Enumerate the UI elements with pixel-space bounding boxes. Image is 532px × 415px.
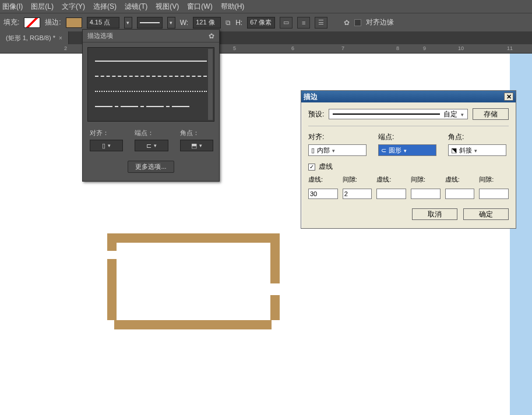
dash-checkbox-label: 虚线 [319,162,333,172]
document-tab-title: (矩形 1, RGB/8) * [6,34,55,42]
menu-window[interactable]: 窗口(W) [187,2,212,12]
close-icon[interactable]: × [59,35,62,41]
link-icon[interactable] [226,19,231,27]
ruler-tick: 9 [423,45,426,51]
align-edges-label: 对齐边缘 [366,17,394,27]
gap-input-3[interactable] [479,189,509,199]
dialog-title: 描边 [304,92,318,102]
preset-label: 预设: [308,109,324,119]
stroke-style-sample[interactable] [137,17,163,29]
stroke-panel-title: 描边选项 [87,31,113,40]
stroke-gap [272,320,280,329]
cap-combo[interactable]: ⊂ 圆形 [378,144,436,156]
gap-col-label: 间隙: [411,175,441,184]
arrange-icon[interactable]: ☰ [315,17,327,29]
separator [308,126,509,126]
align-label: 对齐： [90,129,123,137]
width-label: W: [180,19,188,27]
fill-swatch[interactable] [24,17,40,28]
align-label: 对齐: [308,132,369,142]
ruler-tick: 11 [507,45,513,51]
stroke-label: 描边: [45,17,61,27]
cancel-button[interactable]: 取消 [412,208,457,220]
preset-dropdown[interactable]: 自定 [329,109,468,119]
align-value: 内部 [317,146,330,155]
corner-label: 角点： [180,129,213,137]
stroke-width-dropdown[interactable]: ▾ [124,17,132,29]
height-label: H: [235,19,242,27]
document-tab[interactable]: (矩形 1, RGB/8) * × [0,31,69,44]
horizontal-ruler: 2 3 4 5 6 7 8 9 10 11 [0,44,532,54]
ruler-tick: 2 [64,45,67,51]
menu-bar: 图像(I) 图层(L) 文字(Y) 选择(S) 滤镜(T) 视图(V) 窗口(W… [0,0,532,13]
stroke-style-solid[interactable] [95,54,207,69]
ruler-tick: 7 [341,45,344,51]
cap-label: 端点： [135,129,168,137]
corner-selector[interactable]: ⬒ ▾ [180,140,213,151]
menu-select[interactable]: 选择(S) [93,2,117,12]
corner-value: 斜接 [459,146,472,155]
gear-icon[interactable] [209,32,214,40]
dash-col-label: 虚线: [308,175,338,184]
dash-col-label: 虚线: [376,175,406,184]
stroke-dialog: 描边 ✕ 预设: 自定 存储 对齐: ▯ 内部 端点: ⊂ 圆形 角点: [301,90,516,229]
stroke-style-dotted[interactable] [95,84,207,99]
dash-input-1[interactable] [308,189,338,199]
close-icon[interactable]: ✕ [504,93,513,101]
stroke-style-dashed[interactable] [95,69,207,84]
gap-col-label: 间隙: [479,175,509,184]
ruler-tick: 5 [233,45,236,51]
ruler-tick: 8 [396,45,399,51]
document-tab-bar: (矩形 1, RGB/8) * × [0,31,532,44]
cap-label: 端点: [378,132,439,142]
stroke-options-panel: 描边选项 对齐： ▯ ▾ 端点： ⊏ ▾ 角点： ⬒ ▾ 更多选项... [82,29,220,182]
dash-input-3[interactable] [445,189,475,199]
gap-col-label: 间隙: [343,175,372,184]
stroke-gap [270,283,280,295]
corner-label: 角点: [448,132,509,142]
path-ops-icon[interactable]: ▭ [280,17,293,29]
corner-combo[interactable]: ⬔ 斜接 [448,144,506,156]
cap-selector[interactable]: ⊏ ▾ [135,140,168,151]
height-field[interactable]: 67 像素 [247,17,275,29]
align-edges-checkbox[interactable] [354,19,361,26]
gear-icon[interactable] [344,19,350,27]
stroke-swatch[interactable] [66,17,82,28]
cap-value: 圆形 [389,146,401,155]
align-combo[interactable]: ▯ 内部 [308,144,367,156]
dash-col-label: 虚线: [445,175,475,184]
gap-input-1[interactable] [343,189,372,199]
dash-input-2[interactable] [376,189,406,199]
fill-label: 填充: [3,17,19,27]
menu-type[interactable]: 文字(Y) [62,2,85,12]
stroke-gap [107,320,114,329]
ruler-tick: 10 [458,45,464,51]
dialog-titlebar[interactable]: 描边 ✕ [301,91,516,102]
align-icon[interactable]: ≡ [297,17,310,29]
align-selector[interactable]: ▯ ▾ [90,140,123,151]
scrollbar[interactable] [208,49,213,120]
options-bar: 填充: 描边: 4.15 点 ▾ ▾ W: 121 像 H: 67 像素 ▭ ≡… [0,13,532,31]
rectangle-shape[interactable] [107,233,280,329]
dash-checkbox[interactable]: ✓ [308,164,315,171]
more-options-button[interactable]: 更多选项... [128,161,174,173]
menu-filter[interactable]: 滤镜(T) [125,2,147,12]
save-button[interactable]: 存储 [473,108,509,120]
stroke-style-dropdown[interactable]: ▾ [167,17,175,29]
stroke-width-field[interactable]: 4.15 点 [87,17,119,29]
menu-help[interactable]: 帮助(H) [221,2,245,12]
stroke-gap [107,251,117,259]
stroke-style-list[interactable] [87,47,214,122]
gap-input-2[interactable] [411,189,441,199]
ok-button[interactable]: 确定 [463,208,509,220]
menu-image[interactable]: 图像(I) [2,2,23,12]
menu-layer[interactable]: 图层(L) [31,2,54,12]
stroke-style-custom[interactable] [95,99,207,114]
width-field[interactable]: 121 像 [193,17,221,29]
ruler-tick: 6 [291,45,294,51]
menu-view[interactable]: 视图(V) [156,2,179,12]
preset-value: 自定 [443,109,457,119]
